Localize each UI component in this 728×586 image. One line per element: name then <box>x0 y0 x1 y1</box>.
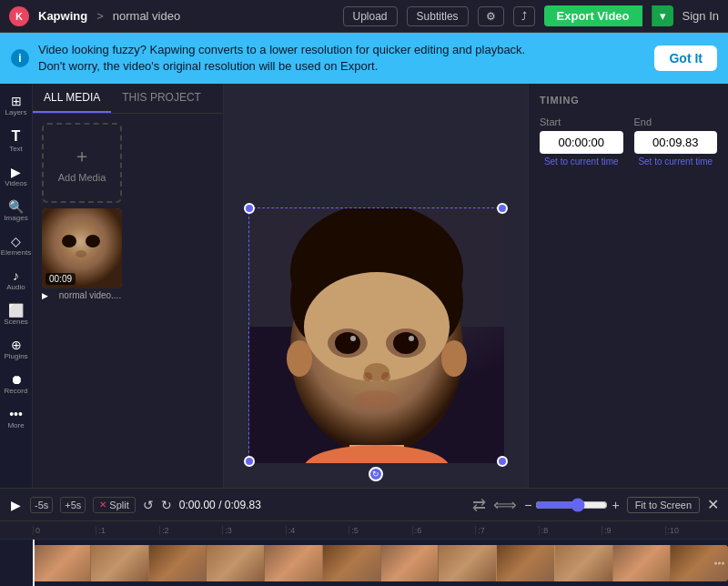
sidebar-item-text[interactable]: T Text <box>1 124 32 158</box>
tab-all-media[interactable]: ALL MEDIA <box>33 84 111 113</box>
merge-icon[interactable]: ⇄ <box>472 495 486 515</box>
split-button[interactable]: ✕ Split <box>93 497 135 513</box>
zoom-out-button[interactable]: − <box>524 498 531 512</box>
notification-text: Video looking fuzzy? Kapwing converts to… <box>38 42 645 75</box>
record-icon: ⏺ <box>10 373 23 386</box>
text-icon: T <box>12 129 21 144</box>
start-time-input[interactable] <box>540 131 623 154</box>
notification-banner: i Video looking fuzzy? Kapwing converts … <box>0 33 728 84</box>
sidebar-item-audio[interactable]: ♪ Audio <box>1 264 32 297</box>
info-icon: i <box>11 49 29 67</box>
sidebar-item-more[interactable]: ••• More <box>1 402 32 435</box>
media-grid: ＋ Add Media <box>33 114 223 311</box>
video-name: normal video.... <box>50 288 130 302</box>
close-timeline-button[interactable]: ✕ <box>707 496 719 513</box>
handle-bottom-right[interactable] <box>497 456 508 467</box>
ruler-mark-5: :5 <box>349 526 411 535</box>
add-media-button[interactable]: ＋ Add Media <box>42 123 122 203</box>
scenes-icon: ⬜ <box>8 304 24 317</box>
set-end-time[interactable]: Set to current time <box>634 157 718 167</box>
plugins-label: Plugins <box>4 353 27 360</box>
skip-fwd-button[interactable]: +5s <box>60 497 86 513</box>
brand-name: Kapwing <box>38 9 87 23</box>
video-track[interactable] <box>33 545 728 581</box>
share-button[interactable]: ⤴ <box>513 6 535 26</box>
svg-point-13 <box>335 332 360 354</box>
frame-3 <box>149 545 207 581</box>
end-label: End <box>634 116 718 127</box>
svg-point-20 <box>354 390 399 409</box>
add-media-container: ＋ Add Media <box>42 123 122 203</box>
sidebar-item-videos[interactable]: ▶ Videos <box>1 160 32 193</box>
skip-back-button[interactable]: -5s <box>30 497 53 513</box>
upload-button[interactable]: Upload <box>343 6 398 26</box>
subtitles-button[interactable]: Subtitles <box>407 6 469 26</box>
redo-button[interactable]: ↻ <box>161 498 172 512</box>
images-icon: 🔍 <box>8 200 24 213</box>
svg-point-21 <box>287 340 312 377</box>
svg-point-1 <box>62 235 76 248</box>
current-time-display: 0:00.00 / 0:09.83 <box>179 499 261 511</box>
frame-10 <box>555 545 612 581</box>
undo-button[interactable]: ↺ <box>143 498 154 512</box>
frame-8 <box>439 545 496 581</box>
sidebar-item-layers[interactable]: ⊞ Layers <box>1 89 32 122</box>
bottom-area: ▶ -5s +5s ✕ Split ↺ ↻ 0:00.00 / 0:09.83 … <box>0 488 728 586</box>
video-thumbnail[interactable]: 00:09 <box>42 208 122 288</box>
zoom-controls: − + <box>524 498 619 512</box>
layers-icon: ⊞ <box>11 95 22 107</box>
ruler-mark-6: :6 <box>412 526 475 535</box>
got-it-button[interactable]: Got It <box>654 45 717 71</box>
timeline-ruler: 0 :1 :2 :3 :4 :5 :6 :7 :8 :9 :10 <box>0 521 728 540</box>
fit-to-screen-button[interactable]: Fit to Screen <box>627 497 700 513</box>
elements-icon: ◇ <box>11 235 21 248</box>
zoom-in-button[interactable]: + <box>612 498 619 512</box>
elements-label: Elements <box>1 249 31 257</box>
sidebar-item-plugins[interactable]: ⊕ Plugins <box>1 333 32 366</box>
handle-top-right[interactable] <box>497 203 508 214</box>
media-tabs: ALL MEDIA THIS PROJECT <box>33 84 223 114</box>
sidebar-item-images[interactable]: 🔍 Images <box>1 195 32 227</box>
end-time-input[interactable] <box>634 131 718 154</box>
export-dropdown-button[interactable]: ▾ <box>652 5 673 26</box>
expand-icon[interactable]: ⟺ <box>493 495 517 515</box>
ruler-mark-4: :4 <box>286 526 349 535</box>
rotate-handle[interactable]: ↻ <box>369 467 383 481</box>
video-canvas-svg <box>249 208 504 463</box>
topbar: K Kapwing > normal video Upload Subtitle… <box>0 0 728 33</box>
handle-bottom-left[interactable] <box>244 456 255 467</box>
sidebar-item-record[interactable]: ⏺ Record <box>1 368 32 400</box>
svg-point-18 <box>363 372 372 381</box>
svg-point-22 <box>441 340 467 377</box>
signin-button[interactable]: Sign In <box>682 9 719 23</box>
tab-this-project[interactable]: THIS PROJECT <box>111 84 212 113</box>
kapwing-logo: K <box>9 6 29 26</box>
playback-bar: ▶ -5s +5s ✕ Split ↺ ↻ 0:00.00 / 0:09.83 … <box>0 488 728 520</box>
settings-button[interactable]: ⚙ <box>478 6 504 26</box>
svg-point-14 <box>393 332 419 354</box>
video-duration: 00:09 <box>46 273 76 285</box>
ruler-mark-0: 0 <box>33 526 96 535</box>
play-button[interactable]: ▶ <box>9 496 23 514</box>
layers-label: Layers <box>5 109 26 116</box>
text-label: Text <box>9 146 23 153</box>
track-frames <box>33 545 728 581</box>
sidebar-item-scenes[interactable]: ⬜ Scenes <box>1 298 32 331</box>
timing-row: Start Set to current time End Set to cur… <box>540 116 717 167</box>
audio-label: Audio <box>6 284 25 291</box>
handle-top-left[interactable] <box>244 203 255 214</box>
more-icon: ••• <box>9 408 23 420</box>
more-label: More <box>7 422 24 429</box>
set-start-time[interactable]: Set to current time <box>540 157 623 167</box>
timing-start-col: Start Set to current time <box>540 116 623 167</box>
export-video-button[interactable]: Export Video <box>544 5 642 26</box>
media-item: 00:09 ▶ normal video.... <box>42 208 130 302</box>
timeline-track[interactable] <box>0 540 728 586</box>
sidebar-item-elements[interactable]: ◇ Elements <box>1 229 32 262</box>
ruler-mark-3: :3 <box>222 526 285 535</box>
canvas-video[interactable]: ↻ <box>248 207 503 462</box>
ruler-marks: 0 :1 :2 :3 :4 :5 :6 :7 :8 :9 :10 <box>33 526 728 535</box>
split-x-icon: ✕ <box>99 500 106 510</box>
add-media-label: Add Media <box>58 172 106 183</box>
zoom-slider[interactable] <box>535 498 608 512</box>
